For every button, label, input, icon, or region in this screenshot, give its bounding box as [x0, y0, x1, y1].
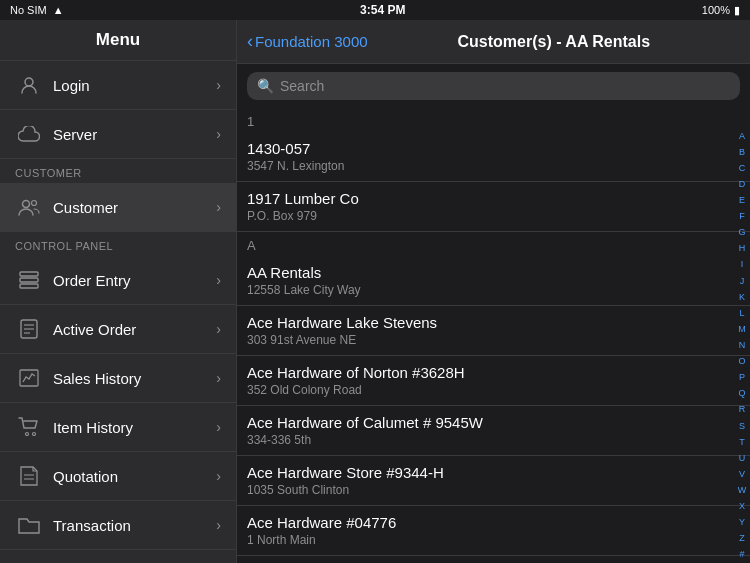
list-item[interactable]: Ace Hardware #04776 1 North Main — [237, 506, 750, 556]
nav-title: Customer(s) - AA Rentals — [368, 33, 740, 51]
alpha-g[interactable]: G — [738, 228, 745, 237]
sidebar-item-empty-cart[interactable]: Empty Cart › — [0, 550, 236, 563]
control-panel-section-label: CONTROL PANEL — [0, 232, 236, 256]
status-bar-left: No SIM ▲ — [10, 4, 64, 16]
sidebar-item-sales-history[interactable]: Sales History › — [0, 354, 236, 403]
nav-back-button[interactable]: ‹ Foundation 3000 — [247, 31, 368, 52]
sidebar: Menu Login › Server › CUSTOMER — [0, 20, 237, 563]
customer-address: 303 91st Avenue NE — [247, 333, 740, 347]
battery-label: 100% — [702, 4, 730, 16]
chevron-icon: › — [216, 517, 221, 533]
list-item[interactable]: Ace Hardware of Mason — [237, 556, 750, 563]
alpha-w[interactable]: W — [738, 486, 747, 495]
chevron-icon: › — [216, 321, 221, 337]
alpha-p[interactable]: P — [739, 373, 745, 382]
section-header-a: A — [237, 232, 750, 256]
login-label: Login — [53, 77, 216, 94]
customer-name: Ace Hardware of Norton #3628H — [247, 364, 740, 381]
alpha-y[interactable]: Y — [739, 518, 745, 527]
main-content: ‹ Foundation 3000 Customer(s) - AA Renta… — [237, 20, 750, 563]
alpha-t[interactable]: T — [739, 438, 745, 447]
alpha-d[interactable]: D — [739, 180, 746, 189]
alpha-o[interactable]: O — [738, 357, 745, 366]
sidebar-header: Menu — [0, 20, 236, 61]
alpha-z[interactable]: Z — [739, 534, 745, 543]
customer-name: AA Rentals — [247, 264, 740, 281]
alpha-l[interactable]: L — [739, 309, 744, 318]
sidebar-item-order-entry[interactable]: Order Entry › — [0, 256, 236, 305]
app-body: Menu Login › Server › CUSTOMER — [0, 20, 750, 563]
cart-icon — [15, 413, 43, 441]
chevron-icon: › — [216, 468, 221, 484]
search-bar[interactable]: 🔍 — [247, 72, 740, 100]
list-item[interactable]: Ace Hardware of Norton #3628H 352 Old Co… — [237, 356, 750, 406]
battery-icon: ▮ — [734, 4, 740, 17]
customer-address: 12558 Lake City Way — [247, 283, 740, 297]
svg-point-2 — [32, 201, 37, 206]
list-item[interactable]: 1430-057 3547 N. Lexington — [237, 132, 750, 182]
svg-rect-3 — [20, 272, 38, 276]
customer-address: P.O. Box 979 — [247, 209, 740, 223]
transaction-label: Transaction — [53, 517, 216, 534]
sidebar-item-customer[interactable]: Customer › — [0, 183, 236, 232]
search-input[interactable] — [280, 78, 730, 94]
alpha-h[interactable]: H — [739, 244, 746, 253]
alpha-q[interactable]: Q — [738, 389, 745, 398]
chart-icon — [15, 364, 43, 392]
person-icon — [15, 71, 43, 99]
customer-list: 1 1430-057 3547 N. Lexington 1917 Lumber… — [237, 108, 750, 563]
alpha-u[interactable]: U — [739, 454, 746, 463]
carrier-label: No SIM — [10, 4, 47, 16]
list-item[interactable]: Ace Hardware Lake Stevens 303 91st Avenu… — [237, 306, 750, 356]
alpha-v[interactable]: V — [739, 470, 745, 479]
alpha-e[interactable]: E — [739, 196, 745, 205]
status-bar: No SIM ▲ 3:54 PM 100% ▮ — [0, 0, 750, 20]
alpha-j[interactable]: J — [740, 277, 745, 286]
chevron-icon: › — [216, 199, 221, 215]
sidebar-item-transaction[interactable]: Transaction › — [0, 501, 236, 550]
alpha-f[interactable]: F — [739, 212, 745, 221]
quotation-label: Quotation — [53, 468, 216, 485]
alpha-k[interactable]: K — [739, 293, 745, 302]
alpha-hash[interactable]: # — [739, 550, 744, 559]
customer-address: 334-336 5th — [247, 433, 740, 447]
svg-point-12 — [33, 433, 36, 436]
wifi-icon: ▲ — [53, 4, 64, 16]
list-item[interactable]: Ace Hardware of Calumet # 9545W 334-336 … — [237, 406, 750, 456]
status-bar-right: 100% ▮ — [702, 4, 740, 17]
search-container: 🔍 — [237, 64, 750, 108]
sales-history-label: Sales History — [53, 370, 216, 387]
alpha-a[interactable]: A — [739, 132, 745, 141]
list-item[interactable]: Ace Hardware Store #9344-H 1035 South Cl… — [237, 456, 750, 506]
sidebar-item-active-order[interactable]: Active Order › — [0, 305, 236, 354]
svg-rect-4 — [20, 278, 38, 282]
svg-rect-5 — [20, 284, 38, 288]
alpha-n[interactable]: N — [739, 341, 746, 350]
sidebar-item-item-history[interactable]: Item History › — [0, 403, 236, 452]
search-icon: 🔍 — [257, 78, 274, 94]
svg-point-0 — [25, 78, 33, 86]
back-chevron-icon: ‹ — [247, 31, 253, 52]
section-header-1: 1 — [237, 108, 750, 132]
people-icon — [15, 193, 43, 221]
alpha-index: A B C D E F G H I J K L M N O P Q R S T — [734, 128, 750, 563]
alpha-s[interactable]: S — [739, 422, 745, 431]
customer-name: Ace Hardware Lake Stevens — [247, 314, 740, 331]
customer-address: 1035 South Clinton — [247, 483, 740, 497]
customer-address: 3547 N. Lexington — [247, 159, 740, 173]
list-item[interactable]: AA Rentals 12558 Lake City Way — [237, 256, 750, 306]
customer-address: 1 North Main — [247, 533, 740, 547]
clock: 3:54 PM — [360, 3, 405, 17]
list-item[interactable]: 1917 Lumber Co P.O. Box 979 — [237, 182, 750, 232]
list-icon — [15, 266, 43, 294]
sidebar-item-server[interactable]: Server › — [0, 110, 236, 159]
alpha-i[interactable]: I — [741, 260, 744, 269]
alpha-m[interactable]: M — [738, 325, 746, 334]
order-entry-label: Order Entry — [53, 272, 216, 289]
alpha-x[interactable]: X — [739, 502, 745, 511]
sidebar-item-quotation[interactable]: Quotation › — [0, 452, 236, 501]
sidebar-item-login[interactable]: Login › — [0, 61, 236, 110]
alpha-b[interactable]: B — [739, 148, 745, 157]
alpha-c[interactable]: C — [739, 164, 746, 173]
alpha-r[interactable]: R — [739, 405, 746, 414]
